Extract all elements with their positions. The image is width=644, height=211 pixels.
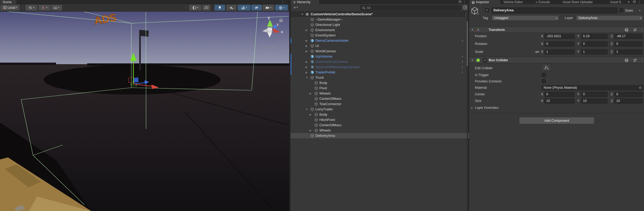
is-trigger-checkbox[interactable]	[542, 73, 546, 77]
scene-lighting-button[interactable]	[214, 5, 225, 11]
open-prefab-chevron-icon[interactable]: ›	[462, 38, 463, 43]
scrollbar-thumb[interactable]	[467, 21, 468, 66]
tab-scene[interactable]: Scene	[0, 0, 16, 4]
scale-link-icon[interactable]	[535, 50, 539, 55]
hierarchy-row[interactable]: Directional Light	[291, 22, 468, 27]
hierarchy-row[interactable]: ▶WorldCanvas	[291, 49, 468, 54]
scene-viewport[interactable]: ADS	[0, 12, 289, 211]
object-picker-icon[interactable]: ⊙	[639, 86, 642, 90]
hierarchy-row[interactable]: ▶SportcarWithDamageSystem›	[291, 64, 468, 70]
rotation-z-field[interactable]: 0	[614, 41, 643, 46]
scale-x-field[interactable]: 1	[544, 49, 575, 54]
pivot-orientation-button[interactable]: Local ▾	[1, 5, 20, 11]
hierarchy-row[interactable]: DeliveryArea	[291, 133, 469, 138]
hierarchy-row[interactable]: ▶UI	[291, 43, 468, 49]
presets-icon[interactable]	[633, 28, 637, 32]
maximize-icon[interactable]	[633, 1, 636, 3]
open-prefab-chevron-icon[interactable]: ›	[462, 64, 463, 69]
open-prefab-chevron-icon[interactable]: ›	[462, 69, 463, 75]
projection-label[interactable]: < Persp	[261, 45, 275, 49]
center-x-field[interactable]: 0	[544, 92, 575, 97]
tag-dropdown[interactable]: Untagged▾	[492, 15, 559, 21]
hierarchy-row[interactable]: ▼Truck	[291, 75, 468, 80]
rotation-y-field[interactable]: 0	[581, 41, 608, 46]
help-icon[interactable]: ?	[625, 28, 628, 32]
position-z-field[interactable]: -49.17	[614, 34, 643, 39]
open-prefab-chevron-icon[interactable]: ›	[462, 59, 463, 64]
hierarchy-row[interactable]: ▼LorryTrailer	[291, 107, 468, 112]
tab-scroll-icon[interactable]: ▸	[628, 0, 629, 3]
help-icon[interactable]: ?	[625, 58, 628, 62]
transform-menu-icon[interactable]: ⋮	[640, 28, 643, 31]
inspector-menu-icon[interactable]: ⋮	[638, 0, 641, 4]
tab-vehicle-editor[interactable]: Vehicle Editor	[501, 0, 533, 4]
audio-mute-button[interactable]	[226, 5, 236, 11]
layer-overrides-foldout[interactable]: ▶	[471, 105, 473, 110]
hierarchy-row[interactable]: Pivot	[291, 86, 468, 91]
hierarchy-row[interactable]: ▶Wheels	[291, 91, 468, 96]
edit-collider-button[interactable]	[542, 64, 551, 71]
hierarchy-row[interactable]: ▶Body	[291, 112, 468, 117]
foldout-icon[interactable]: ▶	[310, 128, 311, 133]
scale-y-field[interactable]: 1	[581, 49, 608, 54]
hierarchy-row[interactable]: UrpVolume›	[291, 54, 468, 59]
hierarchy-row[interactable]: ▶Environment	[291, 27, 468, 33]
2d-view-button[interactable]: 2D	[202, 5, 210, 11]
foldout-icon[interactable]: ▶	[306, 43, 307, 49]
gameobject-name-field[interactable]: DeliveryArea	[492, 7, 618, 13]
foldout-icon[interactable]: ▼	[306, 75, 308, 80]
active-checkbox[interactable]: ✓	[485, 8, 489, 12]
rotation-x-field[interactable]: 0	[544, 41, 575, 46]
static-checkbox[interactable]	[619, 8, 623, 12]
tab-asset-store[interactable]: Asset S	[608, 0, 629, 4]
hierarchy-row[interactable]: TowConnector	[291, 101, 468, 107]
box-collider-menu-icon[interactable]: ⋮	[640, 58, 643, 62]
hierarchy-row[interactable]: Body	[291, 80, 468, 86]
foldout-icon[interactable]: ▼	[306, 107, 308, 112]
size-z-field[interactable]: 10	[614, 99, 643, 104]
foldout-icon[interactable]: ▶	[306, 38, 307, 43]
scene-menu-icon[interactable]: ⋮	[281, 0, 284, 4]
hierarchy-scrollbar[interactable]	[467, 12, 468, 211]
material-object-field[interactable]: None (Physic Material) ⊙	[542, 85, 643, 90]
hierarchy-row[interactable]: EventSystem	[291, 33, 468, 38]
box-collider-enabled-checkbox[interactable]: ✓	[483, 58, 487, 62]
hierarchy-row[interactable]: --DemoManager--	[291, 17, 468, 22]
tab-asset-store-uploader[interactable]: Asset Store Uploader	[560, 0, 607, 4]
hierarchy-row[interactable]: ▶CinemachineCamera›	[291, 59, 468, 64]
foldout-icon[interactable]: ▶	[306, 49, 307, 54]
gizmos-toggle-button[interactable]: ▾	[275, 5, 288, 11]
provides-contacts-checkbox[interactable]	[542, 79, 546, 83]
foldout-icon[interactable]: ▶	[306, 70, 307, 75]
layer-dropdown[interactable]: DeliveryArea▾	[576, 15, 643, 21]
increment-snap-button[interactable]: ▾	[51, 5, 62, 11]
foldout-icon[interactable]: ▶	[310, 91, 311, 96]
effects-toggle-button[interactable]: ▾	[238, 5, 250, 11]
hierarchy-row[interactable]: CenterOfMass	[291, 123, 468, 128]
transform-header[interactable]: ▼ Transform ? ⋮	[469, 26, 644, 33]
hierarchy-row[interactable]: ▶DemoCamerasHolder›	[291, 38, 468, 43]
position-y-field[interactable]: 0.19	[581, 34, 608, 39]
size-x-field[interactable]: 10	[544, 99, 575, 104]
tab-console[interactable]: ≡Console	[533, 0, 559, 4]
presets-icon[interactable]	[633, 58, 637, 63]
camera-settings-button[interactable]: ▾	[263, 5, 274, 11]
shading-mode-button[interactable]: ▾	[189, 5, 201, 11]
snap-button[interactable]: ▾	[39, 5, 50, 11]
box-collider-header[interactable]: ▼ ✓ Box Collider ? ⋮	[469, 57, 644, 63]
add-component-button[interactable]: Add Component	[519, 117, 594, 124]
hierarchy-row[interactable]: ▶Wheels	[291, 128, 468, 133]
scale-z-field[interactable]: 1	[614, 49, 643, 54]
foldout-icon[interactable]: ▶	[306, 27, 307, 33]
hierarchy-row[interactable]: ▶TrailerPrefab›	[291, 70, 468, 75]
hierarchy-row[interactable]: HitchPoint	[291, 117, 468, 123]
scene-visibility-button[interactable]	[251, 5, 262, 11]
gameobject-cube-icon[interactable]: ▾	[471, 7, 479, 16]
foldout-icon[interactable]: ▶	[306, 64, 307, 70]
center-y-field[interactable]: 0	[581, 92, 608, 97]
position-x-field[interactable]: -203.3321	[544, 34, 575, 39]
open-prefab-chevron-icon[interactable]: ›	[462, 54, 463, 59]
center-z-field[interactable]: 0	[614, 92, 643, 97]
foldout-icon[interactable]: ▶	[306, 59, 307, 64]
static-dropdown-icon[interactable]: ▾	[639, 10, 640, 12]
